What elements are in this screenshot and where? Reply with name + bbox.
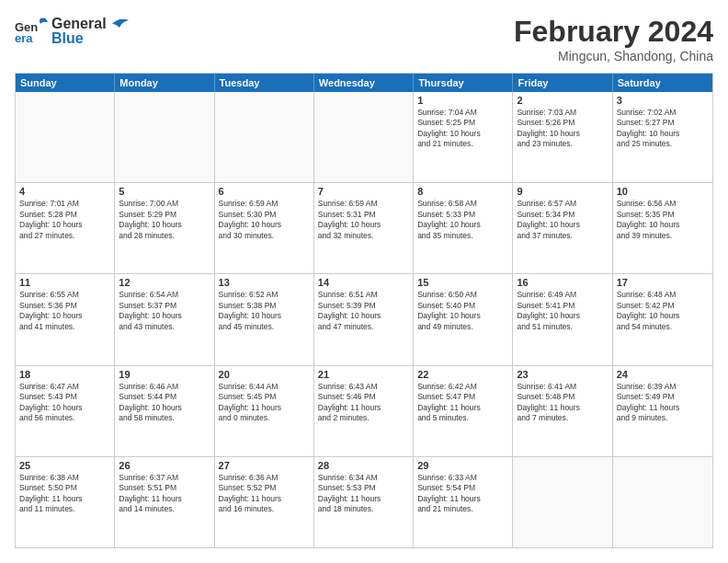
logo: Gen era General Blue [15, 15, 131, 48]
calendar-cell: 29Sunrise: 6:33 AMSunset: 5:54 PMDayligh… [414, 457, 513, 547]
calendar-cell: 15Sunrise: 6:50 AMSunset: 5:40 PMDayligh… [414, 274, 513, 364]
calendar-cell: 25Sunrise: 6:38 AMSunset: 5:50 PMDayligh… [16, 457, 115, 547]
day-number: 3 [617, 95, 709, 106]
day-number: 16 [517, 277, 608, 288]
calendar-cell: 22Sunrise: 6:42 AMSunset: 5:47 PMDayligh… [414, 366, 513, 456]
calendar-row-4: 25Sunrise: 6:38 AMSunset: 5:50 PMDayligh… [16, 456, 712, 547]
calendar-cell: 1Sunrise: 7:04 AMSunset: 5:25 PMDaylight… [414, 92, 513, 182]
day-number: 9 [517, 186, 608, 197]
bird-icon [103, 17, 131, 37]
day-number: 7 [318, 186, 409, 197]
cell-info: Sunrise: 6:34 AMSunset: 5:53 PMDaylight:… [318, 473, 409, 515]
cell-info: Sunrise: 6:48 AMSunset: 5:42 PMDaylight:… [617, 290, 709, 332]
cell-info: Sunrise: 7:01 AMSunset: 5:28 PMDaylight:… [19, 199, 110, 241]
day-number: 8 [417, 186, 508, 197]
calendar-cell: 5Sunrise: 7:00 AMSunset: 5:29 PMDaylight… [115, 183, 214, 273]
cell-info: Sunrise: 7:03 AMSunset: 5:26 PMDaylight:… [517, 108, 608, 150]
calendar-cell: 7Sunrise: 6:59 AMSunset: 5:31 PMDaylight… [314, 183, 414, 273]
day-number: 4 [19, 186, 110, 197]
calendar-cell: 4Sunrise: 7:01 AMSunset: 5:28 PMDaylight… [16, 183, 115, 273]
day-number: 23 [517, 369, 608, 380]
calendar-cell [513, 457, 612, 547]
calendar-cell: 20Sunrise: 6:44 AMSunset: 5:45 PMDayligh… [215, 366, 314, 456]
cell-info: Sunrise: 6:33 AMSunset: 5:54 PMDaylight:… [417, 473, 508, 515]
cell-info: Sunrise: 6:55 AMSunset: 5:36 PMDaylight:… [19, 290, 110, 332]
header-day-tuesday: Tuesday [215, 74, 314, 92]
calendar-cell: 2Sunrise: 7:03 AMSunset: 5:26 PMDaylight… [513, 92, 612, 182]
location: Mingcun, Shandong, China [514, 49, 713, 63]
day-number: 21 [318, 369, 409, 380]
svg-text:era: era [15, 31, 33, 45]
calendar-row-1: 4Sunrise: 7:01 AMSunset: 5:28 PMDaylight… [16, 182, 712, 273]
header-day-friday: Friday [513, 74, 612, 92]
calendar-cell: 24Sunrise: 6:39 AMSunset: 5:49 PMDayligh… [613, 366, 712, 456]
calendar-cell: 12Sunrise: 6:54 AMSunset: 5:37 PMDayligh… [115, 274, 214, 364]
cell-info: Sunrise: 6:36 AMSunset: 5:52 PMDaylight:… [219, 473, 310, 515]
calendar-cell: 16Sunrise: 6:49 AMSunset: 5:41 PMDayligh… [513, 274, 612, 364]
calendar-cell [16, 92, 115, 182]
cell-info: Sunrise: 6:41 AMSunset: 5:48 PMDaylight:… [517, 382, 608, 424]
cell-info: Sunrise: 7:00 AMSunset: 5:29 PMDaylight:… [119, 199, 210, 241]
title-area: February 2024 Mingcun, Shandong, China [514, 15, 713, 63]
day-number: 15 [417, 277, 508, 288]
day-number: 5 [119, 186, 210, 197]
header-day-thursday: Thursday [414, 74, 513, 92]
month-title: February 2024 [514, 15, 713, 49]
cell-info: Sunrise: 7:04 AMSunset: 5:25 PMDaylight:… [417, 108, 508, 150]
cell-info: Sunrise: 6:56 AMSunset: 5:35 PMDaylight:… [617, 199, 709, 241]
day-number: 24 [617, 369, 709, 380]
calendar-cell: 28Sunrise: 6:34 AMSunset: 5:53 PMDayligh… [314, 457, 414, 547]
day-number: 11 [19, 277, 110, 288]
cell-info: Sunrise: 6:50 AMSunset: 5:40 PMDaylight:… [417, 290, 508, 332]
calendar-cell: 8Sunrise: 6:58 AMSunset: 5:33 PMDaylight… [414, 183, 513, 273]
day-number: 20 [219, 369, 310, 380]
calendar-cell: 17Sunrise: 6:48 AMSunset: 5:42 PMDayligh… [613, 274, 712, 364]
day-number: 1 [417, 95, 508, 106]
cell-info: Sunrise: 6:39 AMSunset: 5:49 PMDaylight:… [617, 382, 709, 424]
cell-info: Sunrise: 7:02 AMSunset: 5:27 PMDaylight:… [617, 108, 709, 150]
cell-info: Sunrise: 6:43 AMSunset: 5:46 PMDaylight:… [318, 382, 409, 424]
calendar-row-0: 1Sunrise: 7:04 AMSunset: 5:25 PMDaylight… [16, 92, 712, 182]
calendar-cell: 3Sunrise: 7:02 AMSunset: 5:27 PMDaylight… [613, 92, 712, 182]
cell-info: Sunrise: 6:49 AMSunset: 5:41 PMDaylight:… [517, 290, 608, 332]
cell-info: Sunrise: 6:59 AMSunset: 5:30 PMDaylight:… [219, 199, 310, 241]
day-number: 25 [19, 460, 110, 471]
cell-info: Sunrise: 6:37 AMSunset: 5:51 PMDaylight:… [119, 473, 210, 515]
cell-info: Sunrise: 6:54 AMSunset: 5:37 PMDaylight:… [119, 290, 210, 332]
calendar-cell [314, 92, 414, 182]
header-day-saturday: Saturday [613, 74, 712, 92]
calendar-cell: 21Sunrise: 6:43 AMSunset: 5:46 PMDayligh… [314, 366, 414, 456]
calendar-cell [115, 92, 214, 182]
cell-info: Sunrise: 6:46 AMSunset: 5:44 PMDaylight:… [119, 382, 210, 424]
calendar-cell: 19Sunrise: 6:46 AMSunset: 5:44 PMDayligh… [115, 366, 214, 456]
logo-icon: Gen era [15, 15, 48, 48]
cell-info: Sunrise: 6:52 AMSunset: 5:38 PMDaylight:… [219, 290, 310, 332]
day-number: 12 [119, 277, 210, 288]
calendar-cell: 6Sunrise: 6:59 AMSunset: 5:30 PMDaylight… [215, 183, 314, 273]
cell-info: Sunrise: 6:47 AMSunset: 5:43 PMDaylight:… [19, 382, 110, 424]
day-number: 26 [119, 460, 210, 471]
cell-info: Sunrise: 6:44 AMSunset: 5:45 PMDaylight:… [219, 382, 310, 424]
cell-info: Sunrise: 6:51 AMSunset: 5:39 PMDaylight:… [318, 290, 409, 332]
day-number: 6 [219, 186, 310, 197]
day-number: 17 [617, 277, 709, 288]
day-number: 27 [219, 460, 310, 471]
calendar-cell: 10Sunrise: 6:56 AMSunset: 5:35 PMDayligh… [613, 183, 712, 273]
calendar-cell [613, 457, 712, 547]
day-number: 28 [318, 460, 409, 471]
day-number: 18 [19, 369, 110, 380]
calendar-cell: 11Sunrise: 6:55 AMSunset: 5:36 PMDayligh… [16, 274, 115, 364]
calendar-cell: 9Sunrise: 6:57 AMSunset: 5:34 PMDaylight… [513, 183, 612, 273]
calendar-body: 1Sunrise: 7:04 AMSunset: 5:25 PMDaylight… [16, 92, 712, 547]
day-number: 2 [517, 95, 608, 106]
day-number: 14 [318, 277, 409, 288]
cell-info: Sunrise: 6:42 AMSunset: 5:47 PMDaylight:… [417, 382, 508, 424]
day-number: 29 [417, 460, 508, 471]
calendar-cell [215, 92, 314, 182]
calendar-row-2: 11Sunrise: 6:55 AMSunset: 5:36 PMDayligh… [16, 273, 712, 364]
calendar-cell: 27Sunrise: 6:36 AMSunset: 5:52 PMDayligh… [215, 457, 314, 547]
header-day-sunday: Sunday [16, 74, 115, 92]
calendar-cell: 13Sunrise: 6:52 AMSunset: 5:38 PMDayligh… [215, 274, 314, 364]
cell-info: Sunrise: 6:59 AMSunset: 5:31 PMDaylight:… [318, 199, 409, 241]
day-number: 19 [119, 369, 210, 380]
